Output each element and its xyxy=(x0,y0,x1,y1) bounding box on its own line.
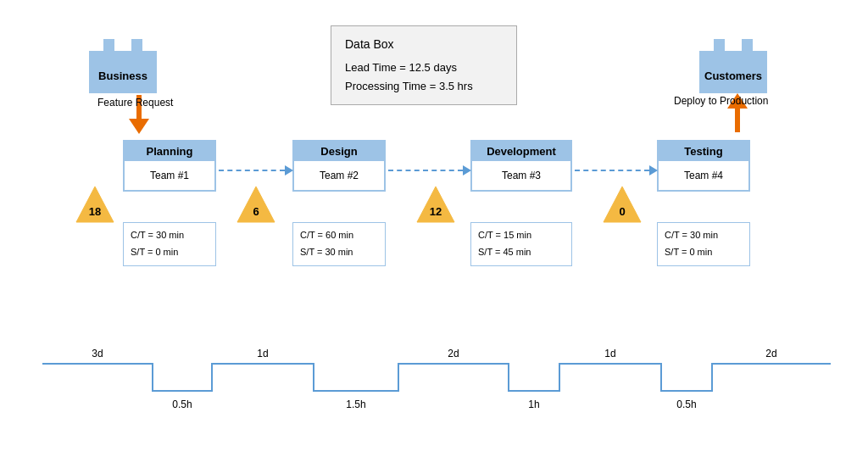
inventory-0: 18 xyxy=(75,185,115,229)
inv2-label: 12 xyxy=(430,205,442,218)
timeline-svg: 3d 1d 2d 1d 2d 0.5h 1.5h 1h 0.5h xyxy=(0,338,868,440)
canvas: Data Box Lead Time = 12.5 days Processin… xyxy=(0,0,868,457)
testing-info: C/T = 30 min S/T = 0 min xyxy=(657,222,750,266)
svg-marker-3 xyxy=(699,39,767,51)
planning-title: Planning xyxy=(125,142,214,161)
design-title: Design xyxy=(294,142,384,161)
planning-info: C/T = 30 min S/T = 0 min xyxy=(123,222,216,266)
dashed-arrow-1 xyxy=(219,165,293,176)
queue-label-1: 1.5h xyxy=(346,398,365,410)
inv1-label: 6 xyxy=(253,205,259,218)
planning-st: S/T = 0 min xyxy=(131,244,209,261)
design-team: Team #2 xyxy=(294,161,384,190)
development-ct: C/T = 15 min xyxy=(478,227,565,244)
inv0-label: 18 xyxy=(89,205,101,218)
planning-team: Team #1 xyxy=(125,161,214,190)
design-ct: C/T = 60 min xyxy=(300,227,378,244)
seg-label-0: 3d xyxy=(92,348,103,359)
business-factory-icon: Business xyxy=(85,32,161,93)
deploy-label: Deploy to Production xyxy=(674,95,768,107)
queue-label-2: 1h xyxy=(528,398,539,410)
development-st: S/T = 45 min xyxy=(478,244,565,261)
inv3-label: 0 xyxy=(619,205,625,218)
process-design: Design Team #2 xyxy=(292,140,386,192)
seg-label-4: 2d xyxy=(765,348,776,359)
development-team: Team #3 xyxy=(472,161,570,190)
testing-st: S/T = 0 min xyxy=(665,244,743,261)
business-label: Business xyxy=(98,70,147,82)
business-factory: Business xyxy=(85,32,161,97)
queue-label-0: 0.5h xyxy=(172,398,192,410)
process-testing: Testing Team #4 xyxy=(657,140,750,192)
seg-label-3: 1d xyxy=(604,348,615,359)
feature-request-label: Feature Request xyxy=(97,97,173,109)
seg-label-2: 2d xyxy=(448,348,459,359)
seg-label-1: 1d xyxy=(257,348,268,359)
data-box-title: Data Box xyxy=(345,35,503,55)
customers-factory: Customers xyxy=(695,32,771,97)
queue-label-3: 0.5h xyxy=(676,398,696,410)
inventory-3: 0 xyxy=(602,185,643,229)
design-info: C/T = 60 min S/T = 30 min xyxy=(292,222,386,266)
svg-marker-1 xyxy=(89,39,157,51)
process-development: Development Team #3 xyxy=(470,140,572,192)
development-title: Development xyxy=(472,142,570,161)
customers-factory-icon: Customers xyxy=(695,32,771,93)
dashed-arrow-2 xyxy=(388,165,471,176)
data-box-line2: Processing Time = 3.5 hrs xyxy=(345,77,503,96)
testing-ct: C/T = 30 min xyxy=(665,227,743,244)
data-box: Data Box Lead Time = 12.5 days Processin… xyxy=(331,25,517,105)
inventory-1: 6 xyxy=(236,185,276,229)
design-st: S/T = 30 min xyxy=(300,244,378,261)
process-planning: Planning Team #1 xyxy=(123,140,216,192)
planning-ct: C/T = 30 min xyxy=(131,227,209,244)
dashed-arrow-3 xyxy=(575,165,658,176)
customers-label: Customers xyxy=(704,70,762,82)
testing-team: Team #4 xyxy=(659,161,748,190)
data-box-line1: Lead Time = 12.5 days xyxy=(345,59,503,77)
inventory-2: 12 xyxy=(415,185,456,229)
development-info: C/T = 15 min S/T = 45 min xyxy=(470,222,572,266)
testing-title: Testing xyxy=(659,142,748,161)
